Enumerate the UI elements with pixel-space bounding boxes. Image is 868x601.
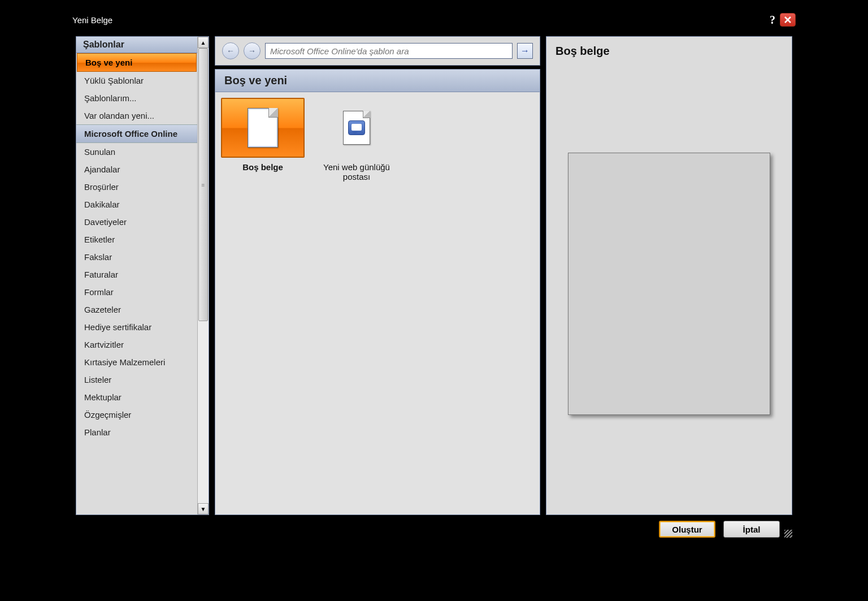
sidebar-item-invoices[interactable]: Faturalar	[76, 266, 197, 283]
sidebar-item-stationery[interactable]: Kırtasiye Malzemeleri	[76, 353, 197, 371]
sidebar-heading: Şablonlar	[76, 37, 197, 53]
resize-grip-icon[interactable]	[784, 530, 792, 538]
templates-content: Boş ve yeni Boş belge	[215, 69, 540, 515]
sidebar-item-featured[interactable]: Sunulan	[76, 143, 197, 161]
arrow-right-icon: →	[248, 46, 256, 55]
template-categories-sidebar: Şablonlar Boş ve yeni Yüklü Şablonlar Şa…	[76, 36, 209, 515]
sidebar-item-forms[interactable]: Formlar	[76, 283, 197, 301]
create-button[interactable]: Oluştur	[659, 521, 715, 538]
sidebar-item-plans[interactable]: Planlar	[76, 423, 197, 441]
template-label: Yeni web günlüğü postası	[315, 162, 398, 181]
sidebar-item-my-templates[interactable]: Şablonlarım...	[76, 89, 197, 107]
preview-document-icon	[568, 153, 770, 415]
sidebar-item-gift-certificates[interactable]: Hediye sertifikalar	[76, 318, 197, 336]
sidebar-item-new-from-existing[interactable]: Var olandan yeni...	[76, 107, 197, 124]
close-button[interactable]	[780, 13, 796, 27]
sidebar-item-agendas[interactable]: Ajandalar	[76, 161, 197, 178]
template-item-blank-document[interactable]: Boş belge	[221, 98, 305, 181]
sidebar-item-lists[interactable]: Listeler	[76, 371, 197, 388]
sidebar-item-brochures[interactable]: Broşürler	[76, 178, 197, 196]
sidebar-item-labels[interactable]: Etiketler	[76, 231, 197, 248]
template-item-blog-post[interactable]: Yeni web günlüğü postası	[315, 98, 398, 181]
scroll-up-icon[interactable]: ▲	[198, 37, 209, 48]
preview-title: Boş belge	[555, 45, 783, 58]
sidebar-item-resumes[interactable]: Özgeçmişler	[76, 406, 197, 423]
scrollbar-track[interactable]	[198, 48, 209, 503]
scroll-down-icon[interactable]: ▼	[198, 503, 209, 514]
document-icon	[248, 108, 278, 148]
template-search-input[interactable]	[265, 43, 513, 59]
sidebar-section-office-online: Microsoft Office Online	[76, 124, 197, 143]
nav-forward-button[interactable]: →	[244, 42, 261, 59]
preview-area	[555, 58, 783, 510]
sidebar-item-faxes[interactable]: Fakslar	[76, 248, 197, 266]
sidebar-scrollbar[interactable]: ▲ ▼	[197, 37, 209, 514]
sidebar-item-newspapers[interactable]: Gazeteler	[76, 301, 197, 318]
cancel-button[interactable]: İptal	[723, 521, 780, 538]
templates-list: Boş belge Yeni web günlüğü postası	[215, 92, 540, 187]
arrow-left-icon: ←	[227, 46, 235, 55]
window-title: Yeni Belge	[72, 15, 770, 25]
blog-post-icon	[343, 111, 370, 145]
content-heading: Boş ve yeni	[215, 70, 540, 92]
sidebar-item-installed-templates[interactable]: Yüklü Şablonlar	[76, 72, 197, 89]
template-thumbnail	[315, 98, 398, 158]
search-toolbar: ← → →	[215, 36, 540, 66]
new-document-dialog: Yeni Belge ? Şablonlar Boş ve yeni Yüklü…	[68, 11, 800, 546]
sidebar-item-letters[interactable]: Mektuplar	[76, 388, 197, 406]
dialog-footer: Oluştur İptal	[68, 515, 800, 546]
search-go-button[interactable]: →	[517, 43, 533, 59]
scrollbar-thumb[interactable]	[198, 48, 208, 321]
sidebar-item-blank-and-new[interactable]: Boş ve yeni	[77, 53, 197, 72]
preview-pane: Boş belge	[546, 36, 792, 515]
sidebar-item-business-cards[interactable]: Kartvizitler	[76, 336, 197, 353]
speech-bubble-icon	[348, 120, 365, 135]
titlebar: Yeni Belge ?	[68, 11, 800, 28]
help-icon[interactable]: ?	[770, 14, 775, 27]
sidebar-item-invitations[interactable]: Davetiyeler	[76, 213, 197, 231]
template-thumbnail	[221, 98, 305, 158]
sidebar-item-minutes[interactable]: Dakikalar	[76, 196, 197, 213]
template-label: Boş belge	[242, 162, 283, 172]
nav-back-button[interactable]: ←	[222, 42, 239, 59]
arrow-go-icon: →	[520, 46, 530, 56]
